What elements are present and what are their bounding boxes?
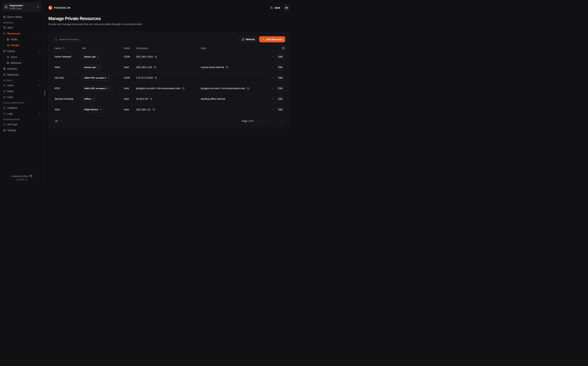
theme-toggle-label: Dark bbox=[275, 6, 280, 9]
sidebar-item-analytics[interactable]: Analytics bbox=[2, 106, 41, 110]
page-subtitle: Create and manage resources that are onl… bbox=[48, 23, 290, 26]
resource-alias: mynas.home.internal bbox=[201, 66, 224, 69]
users-icon bbox=[3, 90, 6, 93]
prev-page-button[interactable] bbox=[265, 118, 271, 124]
table-header-row: NameSiteModeDestinationAlias bbox=[53, 45, 285, 52]
row-menu-button[interactable] bbox=[270, 108, 275, 111]
building-icon bbox=[5, 5, 7, 8]
add-resource-button[interactable]: Add Resource bbox=[259, 36, 285, 42]
chevrons-left-icon bbox=[260, 120, 262, 122]
sidebar-item-machines[interactable]: Machines bbox=[7, 61, 41, 65]
search-input[interactable] bbox=[53, 37, 119, 42]
sort-name-button[interactable] bbox=[62, 47, 65, 49]
subnav: UsersMachines bbox=[3, 55, 41, 65]
row-menu-button[interactable] bbox=[270, 55, 275, 59]
ellipsis-icon bbox=[271, 108, 274, 111]
copy-button[interactable] bbox=[154, 55, 157, 58]
chevron-down-icon bbox=[38, 84, 41, 87]
chevrons-right-icon bbox=[281, 120, 284, 122]
resources-card: Refresh Add Resource NameSiteModeDestina… bbox=[48, 32, 290, 129]
resource-mode: CIDR bbox=[122, 76, 134, 79]
site-name: AWS VPC us-west-1 bbox=[84, 87, 106, 90]
brand-name: PANGOLIN bbox=[54, 6, 70, 9]
site-link-button[interactable]: Home Lab bbox=[82, 54, 101, 60]
copy-button[interactable] bbox=[182, 87, 185, 90]
avatar[interactable]: M bbox=[283, 5, 290, 11]
ellipsis-icon bbox=[271, 76, 274, 79]
sidebar-item-label: Public bbox=[11, 38, 18, 41]
resource-name: SSH bbox=[53, 108, 80, 111]
copy-button[interactable] bbox=[226, 66, 228, 69]
copy-button[interactable] bbox=[150, 98, 152, 100]
search-icon bbox=[55, 38, 58, 41]
edit-button[interactable]: Edit bbox=[276, 64, 285, 70]
row-menu-button[interactable] bbox=[270, 76, 275, 80]
sidebar-item-domains[interactable]: Domains bbox=[2, 67, 41, 71]
last-page-button[interactable] bbox=[279, 118, 285, 124]
sidebar-item-users[interactable]: Users bbox=[2, 83, 41, 88]
row-menu-button[interactable] bbox=[270, 87, 275, 90]
arrow-up-right-icon bbox=[97, 66, 99, 68]
table-row: NASHome LabHost192.168.1.210mynas.home.i… bbox=[53, 62, 285, 73]
first-page-button[interactable] bbox=[258, 118, 264, 124]
table-row: Remote DesktopOfficeHost10.30.0.53deskto… bbox=[53, 94, 285, 104]
sidebar-item-public[interactable]: Public bbox=[7, 37, 41, 42]
site-link-button[interactable]: Office bbox=[82, 96, 97, 102]
resource-destination: postgres.us-east-1.rds.amazonaws.com bbox=[136, 87, 180, 90]
sort-icon bbox=[62, 47, 65, 49]
page-size-value: 20 bbox=[55, 120, 58, 122]
copy-button[interactable] bbox=[152, 108, 155, 111]
edit-button[interactable]: Edit bbox=[276, 75, 285, 81]
subnav: PublicPrivate bbox=[3, 37, 41, 47]
edit-button[interactable]: Edit bbox=[276, 85, 285, 91]
sidebar-item-private[interactable]: Private bbox=[7, 43, 41, 47]
copy-icon bbox=[226, 66, 228, 69]
sidebar-resize-handle[interactable] bbox=[44, 90, 45, 96]
copy-button[interactable] bbox=[154, 76, 157, 79]
column-header-site: Site bbox=[80, 47, 122, 50]
row-menu-button[interactable] bbox=[270, 97, 275, 101]
site-name: AWS VPC us-east-1 bbox=[84, 76, 106, 79]
sidebar-item-api-keys[interactable]: API Keys bbox=[2, 122, 41, 127]
sidebar-item-settings[interactable]: Settings bbox=[2, 128, 41, 133]
sidebar-item-label: Sites bbox=[7, 26, 13, 29]
next-page-button[interactable] bbox=[272, 118, 278, 124]
site-link-button[interactable]: AWS VPC us-east-1 bbox=[82, 75, 112, 81]
chevron-down-icon bbox=[60, 120, 62, 122]
version-label: v1.13.0 bbox=[17, 178, 24, 181]
sidebar-item-label: Machines bbox=[11, 61, 22, 64]
sidebar-item-blueprints[interactable]: Blueprints bbox=[2, 72, 41, 77]
sidebar-item-server-admin[interactable]: Server Admin bbox=[2, 15, 41, 19]
server-icon bbox=[3, 15, 6, 18]
refresh-button[interactable]: Refresh bbox=[239, 36, 257, 42]
page-size-select[interactable]: 20 bbox=[53, 118, 64, 124]
version-link[interactable]: v1.13.0 bbox=[0, 178, 44, 181]
theme-toggle[interactable]: Dark bbox=[270, 6, 280, 9]
site-link-button[interactable]: AWS VPC us-west-1 bbox=[82, 85, 112, 92]
columns-toggle-button[interactable] bbox=[282, 47, 285, 50]
copy-icon bbox=[150, 98, 152, 100]
edit-button[interactable]: Edit bbox=[276, 107, 285, 113]
sidebar-item-users[interactable]: Users bbox=[7, 55, 41, 59]
site-link-button[interactable]: Home Lab bbox=[82, 64, 101, 70]
edit-button[interactable]: Edit bbox=[276, 96, 285, 102]
site-name: Home Lab bbox=[84, 55, 96, 58]
copy-button[interactable] bbox=[154, 66, 156, 69]
sidebar-item-logs[interactable]: Logs bbox=[2, 111, 41, 116]
copy-icon bbox=[182, 87, 185, 90]
copy-button[interactable] bbox=[247, 87, 250, 90]
org-selector[interactable]: Organization ACME Corp. bbox=[2, 3, 41, 11]
moon-icon bbox=[270, 6, 273, 9]
sidebar-item-clients[interactable]: Clients bbox=[2, 49, 41, 53]
sidebar-item-sites[interactable]: Sites bbox=[2, 25, 41, 30]
sidebar-item-links[interactable]: Links bbox=[2, 95, 41, 99]
site-link-button[interactable]: Edge Device bbox=[82, 107, 104, 113]
row-menu-button[interactable] bbox=[270, 66, 275, 69]
edit-button[interactable]: Edit bbox=[276, 54, 285, 60]
edition-link[interactable]: Enterprise Edition bbox=[0, 175, 44, 177]
section-label-access: ACCESS bbox=[3, 79, 41, 81]
chevrons-up-down-icon bbox=[37, 6, 39, 8]
sidebar-item-resources[interactable]: Resources bbox=[2, 31, 41, 36]
sidebar-item-roles[interactable]: Roles bbox=[2, 89, 41, 93]
sidebar-item-label: Links bbox=[7, 96, 13, 99]
